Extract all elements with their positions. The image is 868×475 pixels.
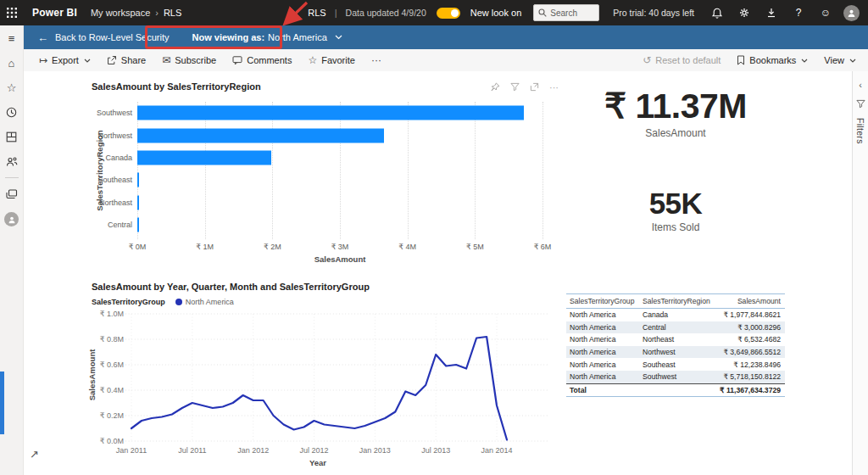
reset-label: Reset to default [655, 55, 721, 65]
line-chart-legend: SalesTerritoryGroup North America [92, 298, 234, 306]
back-label: Back to Row-Level Security [55, 32, 170, 42]
search-box[interactable] [533, 4, 599, 21]
table-column-header[interactable]: SalesTerritoryGroup [566, 294, 639, 309]
nav-my-workspace-avatar[interactable] [4, 212, 19, 226]
subscribe-button[interactable]: ✉ Subscribe [162, 55, 216, 65]
row-level-security-bar: ← Back to Row-Level Security Now viewing… [24, 25, 868, 49]
bar-row: Northeast [83, 192, 542, 214]
new-look-toggle[interactable] [437, 8, 460, 19]
nav-apps-icon[interactable] [5, 130, 19, 143]
series-line-north-america[interactable] [131, 337, 507, 440]
back-to-rls-button[interactable]: ← Back to Row-Level Security [37, 31, 170, 44]
search-input[interactable] [550, 8, 594, 18]
share-button[interactable]: Share [107, 55, 146, 65]
category-label: Canada [83, 154, 132, 162]
download-icon[interactable] [762, 3, 781, 22]
breadcrumb-workspace[interactable]: My workspace [91, 8, 150, 18]
bar-northeast[interactable] [137, 195, 139, 210]
nav-collapse-hamburger-icon[interactable]: ≡ [5, 31, 19, 45]
category-label: Central [83, 221, 132, 229]
line-chart-y-axis-title: SalesAmount [87, 311, 97, 439]
x-tick-label: ₹ 3M [331, 243, 349, 251]
back-arrow-icon: ← [37, 31, 48, 44]
now-viewing-as-selector[interactable]: Now viewing as: North America [192, 32, 342, 42]
waffle-menu-icon[interactable] [0, 8, 24, 18]
bar-southwest[interactable] [137, 106, 524, 120]
filter-funnel-icon[interactable] [509, 81, 520, 92]
table-cell: Total [566, 383, 639, 397]
filters-pane-collapsed: ‹ Filters [852, 71, 868, 475]
envelope-icon: ✉ [162, 55, 170, 65]
table-column-header[interactable]: SalesTerritoryRegion [639, 294, 712, 309]
focus-mode-icon[interactable] [529, 81, 540, 92]
table-cell: Southwest [639, 371, 712, 383]
share-label: Share [121, 55, 146, 65]
bar-row: Southwest [83, 102, 542, 124]
svg-text:₹ 0.4M: ₹ 0.4M [100, 386, 124, 394]
bar-canada[interactable] [137, 150, 271, 165]
notifications-bell-icon[interactable] [708, 3, 726, 22]
x-tick-label: ₹ 1M [196, 243, 214, 251]
bar-chart-x-axis-title: SalesAmount [137, 254, 542, 264]
reset-to-default-button[interactable]: ↺ Reset to default [643, 55, 721, 65]
svg-text:Jul 2012: Jul 2012 [299, 446, 328, 455]
bar-central[interactable] [137, 218, 139, 232]
filters-pane-label[interactable]: Filters [855, 118, 865, 144]
powerbi-window: Power BI My workspace › RLS RLS | Data u… [0, 0, 868, 475]
bar-row: Central [83, 214, 542, 236]
nav-favorites-icon[interactable]: ☆ [5, 81, 19, 94]
nav-scrollbar-thumb[interactable] [0, 372, 4, 434]
settings-gear-icon[interactable] [735, 3, 754, 22]
comments-button[interactable]: Comments [232, 55, 292, 65]
nav-home-icon[interactable]: ⌂ [5, 56, 19, 70]
report-name-label: RLS [308, 8, 326, 18]
report-canvas: SalesAmount by SalesTerritoryRegion ··· … [24, 71, 852, 475]
table-cell: North America [566, 371, 639, 383]
bar-row: Canada [83, 147, 542, 169]
external-link-arrow-icon[interactable]: ↗ [30, 448, 39, 461]
toggle-knob [451, 9, 459, 17]
favorite-label: Favorite [321, 55, 355, 65]
bar-chart-title: SalesAmount by SalesTerritoryRegion [92, 81, 261, 92]
nav-recent-clock-icon[interactable] [5, 105, 19, 119]
line-chart-title: SalesAmount by Year, Quarter, Month and … [92, 282, 370, 292]
bar-row: Southeast [83, 169, 542, 191]
bar-chart-visual: SalesAmount by SalesTerritoryRegion ··· … [83, 78, 578, 271]
viewing-as-value: North America [268, 32, 327, 42]
more-options-button[interactable]: ··· [371, 55, 381, 65]
legend-title: SalesTerritoryGroup [92, 298, 165, 306]
table-cell: North America [566, 333, 639, 346]
feedback-smiley-icon[interactable]: ☺ [816, 3, 835, 22]
bar-chart-x-axis-ticks: ₹ 0M₹ 1M₹ 2M₹ 3M₹ 4M₹ 5M₹ 6M [137, 243, 542, 253]
svg-text:₹ 0.0M: ₹ 0.0M [100, 437, 124, 445]
nav-workspaces-icon[interactable] [5, 187, 19, 201]
table-cell: North America [566, 321, 639, 334]
help-icon[interactable]: ? [789, 3, 808, 22]
table-cell: North America [566, 309, 639, 321]
chevron-down-icon [335, 35, 342, 40]
app-logo-text[interactable]: Power BI [32, 7, 77, 19]
table-row: North AmericaNortheast₹ 6,532.4682 [566, 333, 785, 346]
table-column-header[interactable]: SalesAmount [712, 294, 785, 309]
view-button[interactable]: View [824, 55, 856, 65]
filters-funnel-icon[interactable] [856, 99, 865, 109]
expand-filters-chevron-icon[interactable]: ‹ [859, 80, 862, 90]
line-chart-plot[interactable]: ₹ 0.0M₹ 0.2M₹ 0.4M₹ 0.6M₹ 0.8M₹ 1.0MJan … [83, 310, 575, 460]
table-cell [639, 383, 712, 397]
nav-divider [5, 177, 19, 178]
topbar-right-group: RLS | Data updated 4/9/20 New look on Pr… [308, 3, 868, 22]
table-cell: ₹ 11,367,634.3729 [712, 383, 785, 397]
topbar-separator: | [335, 8, 337, 18]
bookmarks-button[interactable]: Bookmarks [737, 55, 808, 65]
table-header-row: SalesTerritoryGroupSalesTerritoryRegionS… [566, 294, 785, 309]
bar-southeast[interactable] [137, 173, 139, 187]
items-sold-label: Items Sold [544, 221, 807, 233]
x-tick-label: ₹ 4M [398, 243, 416, 251]
bar-northwest[interactable] [137, 128, 384, 142]
account-avatar[interactable] [843, 5, 860, 21]
breadcrumb-report[interactable]: RLS [164, 8, 181, 18]
pin-visual-icon[interactable] [490, 81, 501, 92]
nav-shared-with-me-icon[interactable] [5, 154, 19, 168]
favorite-button[interactable]: ☆ Favorite [308, 55, 355, 65]
export-button[interactable]: ↦ Export [39, 55, 91, 65]
